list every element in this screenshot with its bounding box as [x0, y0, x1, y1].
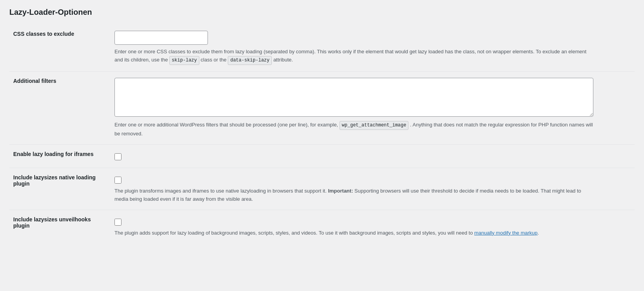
css-classes-description: Enter one or more CSS classes to exclude… — [114, 48, 593, 65]
css-classes-input[interactable] — [114, 31, 208, 45]
lazysizes-native-desc-text-1: The plugin transforms images and iframes… — [114, 188, 328, 194]
skip-lazy-code: skip-lazy — [169, 56, 199, 65]
lazysizes-unveilhooks-row: Include lazysizes unveilhooks plugin The… — [9, 210, 635, 243]
enable-lazy-iframes-label: Enable lazy loading for iframes — [13, 151, 93, 157]
css-classes-desc-text-3: attribute. — [272, 57, 293, 63]
wp-get-attachment-image-code: wp_get_attachment_image — [340, 121, 409, 130]
lazysizes-native-checkbox[interactable] — [114, 177, 121, 184]
manually-modify-markup-link[interactable]: manually modify the markup — [474, 230, 538, 236]
lazysizes-native-description: The plugin transforms images and iframes… — [114, 187, 593, 203]
lazysizes-native-row: Include lazysizes native loading plugin … — [9, 168, 635, 210]
lazysizes-native-label: Include lazysizes native loading plugin — [13, 174, 96, 187]
css-classes-row: CSS classes to exclude Enter one or more… — [9, 25, 635, 71]
enable-lazy-iframes-checkbox[interactable] — [114, 153, 121, 160]
additional-filters-description: Enter one or more additional WordPress f… — [114, 121, 593, 138]
css-classes-label: CSS classes to exclude — [13, 31, 74, 37]
lazysizes-unveilhooks-checkbox[interactable] — [114, 219, 121, 226]
page-title: Lazy-Loader-Optionen — [9, 8, 635, 17]
additional-filters-desc-text-1: Enter one or more additional WordPress f… — [114, 122, 340, 128]
lazysizes-unveilhooks-desc-text-1: The plugin adds support for lazy loading… — [114, 230, 474, 236]
lazysizes-unveilhooks-description: The plugin adds support for lazy loading… — [114, 229, 593, 237]
lazysizes-native-important: Important: — [328, 188, 353, 194]
lazysizes-unveilhooks-label: Include lazysizes unveilhooks plugin — [13, 216, 91, 229]
additional-filters-row: Additional filters Enter one or more add… — [9, 71, 635, 144]
additional-filters-textarea[interactable] — [114, 78, 593, 117]
css-classes-desc-text-2: class or the — [199, 57, 228, 63]
settings-table: CSS classes to exclude Enter one or more… — [9, 25, 635, 243]
lazysizes-unveilhooks-desc-text-2: . — [538, 230, 539, 236]
enable-lazy-iframes-row: Enable lazy loading for iframes — [9, 144, 635, 168]
additional-filters-label: Additional filters — [13, 78, 56, 84]
data-skip-lazy-code: data-skip-lazy — [228, 56, 272, 65]
